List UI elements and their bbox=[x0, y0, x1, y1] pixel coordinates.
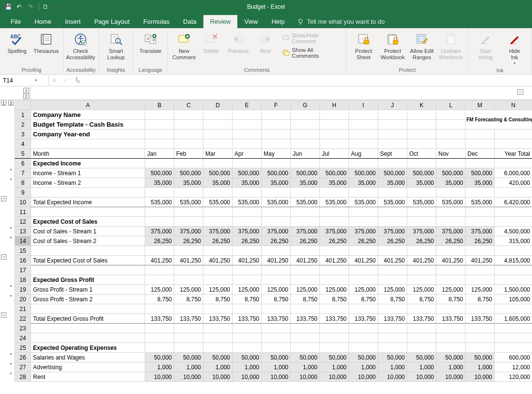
cell[interactable]: 133,750 bbox=[407, 314, 436, 324]
check-accessibility-button[interactable]: Check Accessibility bbox=[66, 30, 95, 62]
cell[interactable]: 401,250 bbox=[320, 256, 349, 265]
cell[interactable]: 375,000 bbox=[291, 227, 320, 236]
cell-A15[interactable] bbox=[31, 246, 145, 256]
col-header-B[interactable]: B bbox=[145, 100, 174, 110]
cell-A9[interactable] bbox=[31, 188, 145, 197]
cell[interactable]: 26,250 bbox=[291, 236, 320, 246]
cell[interactable]: 10,000 bbox=[436, 372, 466, 382]
cell-A11[interactable] bbox=[31, 207, 145, 217]
cell[interactable]: 500,000 bbox=[203, 168, 233, 178]
cell[interactable]: 1,000 bbox=[262, 362, 291, 372]
cell[interactable]: 500,000 bbox=[320, 168, 349, 178]
cell[interactable]: 35,000 bbox=[320, 178, 349, 188]
cell[interactable]: 500,000 bbox=[291, 168, 320, 178]
col-header-N[interactable]: N bbox=[495, 100, 532, 110]
cell-A27[interactable]: Advertising bbox=[31, 362, 145, 372]
cell[interactable]: 35,000 bbox=[407, 178, 436, 188]
cell[interactable]: 8,750 bbox=[407, 295, 436, 304]
hide-ink-button[interactable]: Hide Ink▾ bbox=[500, 30, 529, 67]
delete-comment-button[interactable]: Delete bbox=[198, 30, 224, 56]
cell[interactable]: 50,000 bbox=[233, 353, 262, 362]
col-header-G[interactable]: G bbox=[291, 100, 320, 110]
cell[interactable]: 133,750 bbox=[349, 314, 378, 324]
cell-A12[interactable]: Expected Cost of Sales bbox=[31, 217, 145, 227]
col-header-M[interactable]: M bbox=[466, 100, 495, 110]
cell[interactable]: 125,000 bbox=[262, 285, 291, 295]
cell-total[interactable]: 105,000 bbox=[495, 295, 532, 304]
cell[interactable]: 26,250 bbox=[320, 236, 349, 246]
cell-A19[interactable]: Gross Profit - Stream 1 bbox=[31, 285, 145, 295]
name-box-input[interactable] bbox=[3, 77, 32, 84]
cell[interactable]: 375,000 bbox=[233, 227, 262, 236]
cell[interactable]: 133,750 bbox=[174, 314, 203, 324]
cell[interactable]: 35,000 bbox=[145, 178, 174, 188]
spreadsheet-grid[interactable]: ABCDEFGHIJKLMN1Company NameFM Forecastin… bbox=[15, 100, 532, 394]
row-header-28[interactable]: 28 bbox=[15, 372, 31, 382]
col-header-H[interactable]: H bbox=[320, 100, 349, 110]
cell[interactable]: 1,000 bbox=[174, 362, 203, 372]
cell[interactable]: 133,750 bbox=[320, 314, 349, 324]
cell[interactable]: 535,000 bbox=[320, 197, 349, 207]
cell-A28[interactable]: Rent bbox=[31, 372, 145, 382]
redo-icon[interactable]: ↷▾ bbox=[27, 2, 36, 11]
cell[interactable]: 401,250 bbox=[407, 256, 436, 265]
cell-A17[interactable] bbox=[31, 265, 145, 275]
row-header-9[interactable]: 9 bbox=[15, 188, 31, 197]
cell[interactable]: 133,750 bbox=[466, 314, 495, 324]
cell[interactable]: 35,000 bbox=[203, 178, 233, 188]
row-header-1[interactable]: 1 bbox=[15, 110, 31, 120]
cell[interactable]: 8,750 bbox=[262, 295, 291, 304]
col-header-I[interactable]: I bbox=[349, 100, 378, 110]
cell[interactable]: 375,000 bbox=[466, 227, 495, 236]
cell[interactable]: 535,000 bbox=[378, 197, 407, 207]
cell[interactable]: 535,000 bbox=[436, 197, 466, 207]
col-header-J[interactable]: J bbox=[378, 100, 407, 110]
cell[interactable]: 133,750 bbox=[291, 314, 320, 324]
row-header-26[interactable]: 26 bbox=[15, 353, 31, 362]
cell[interactable]: 1,000 bbox=[466, 362, 495, 372]
tab-review[interactable]: Review bbox=[203, 15, 238, 28]
cell[interactable]: 500,000 bbox=[466, 168, 495, 178]
cell-A20[interactable]: Gross Profit - Stream 2 bbox=[31, 295, 145, 304]
cell[interactable]: 10,000 bbox=[262, 372, 291, 382]
cell[interactable]: 26,250 bbox=[233, 236, 262, 246]
cell[interactable]: 10,000 bbox=[203, 372, 233, 382]
tell-me-search[interactable]: Tell me what you want to do bbox=[291, 15, 390, 28]
cell[interactable]: 8,750 bbox=[436, 295, 466, 304]
outline-collapse-row-10[interactable]: − bbox=[1, 196, 6, 201]
cell[interactable]: 535,000 bbox=[174, 197, 203, 207]
cell[interactable]: 125,000 bbox=[174, 285, 203, 295]
cell[interactable]: 8,750 bbox=[349, 295, 378, 304]
cell-total[interactable]: 600,000 bbox=[495, 353, 532, 362]
cell-A23[interactable] bbox=[31, 324, 145, 333]
cell-A16[interactable]: Total Expected Cost of Sales bbox=[31, 256, 145, 265]
cell-A13[interactable]: Cost of Sales - Stream 1 bbox=[31, 227, 145, 236]
cell[interactable]: 535,000 bbox=[407, 197, 436, 207]
row-header-11[interactable]: 11 bbox=[15, 207, 31, 217]
spelling-button[interactable]: ABCSpelling bbox=[3, 30, 31, 56]
row-header-4[interactable]: 4 bbox=[15, 139, 31, 149]
next-comment-button[interactable]: Next bbox=[252, 30, 279, 56]
cell[interactable]: 535,000 bbox=[262, 197, 291, 207]
cell[interactable]: 500,000 bbox=[233, 168, 262, 178]
cell[interactable]: 8,750 bbox=[145, 295, 174, 304]
cell[interactable]: 401,250 bbox=[466, 256, 495, 265]
cell-A26[interactable]: Salaries and Wages bbox=[31, 353, 145, 362]
row-header-17[interactable]: 17 bbox=[15, 265, 31, 275]
cell[interactable]: 401,250 bbox=[291, 256, 320, 265]
cell[interactable]: 401,250 bbox=[174, 256, 203, 265]
cell[interactable]: 133,750 bbox=[203, 314, 233, 324]
cell-total[interactable]: 315,000 bbox=[495, 236, 532, 246]
row-header-23[interactable]: 23 bbox=[15, 324, 31, 333]
col-header-F[interactable]: F bbox=[262, 100, 291, 110]
cell-A22[interactable]: Total Expected Gross Profit bbox=[31, 314, 145, 324]
cell[interactable]: 8,750 bbox=[378, 295, 407, 304]
cell[interactable]: 35,000 bbox=[233, 178, 262, 188]
cell[interactable]: 35,000 bbox=[436, 178, 466, 188]
cell[interactable]: 375,000 bbox=[262, 227, 291, 236]
cell[interactable]: 8,750 bbox=[466, 295, 495, 304]
cell[interactable]: 500,000 bbox=[349, 168, 378, 178]
cancel-formula-icon[interactable]: ✕ bbox=[49, 77, 60, 84]
cell-A10[interactable]: Total Expected Income bbox=[31, 197, 145, 207]
cell[interactable]: 50,000 bbox=[262, 353, 291, 362]
